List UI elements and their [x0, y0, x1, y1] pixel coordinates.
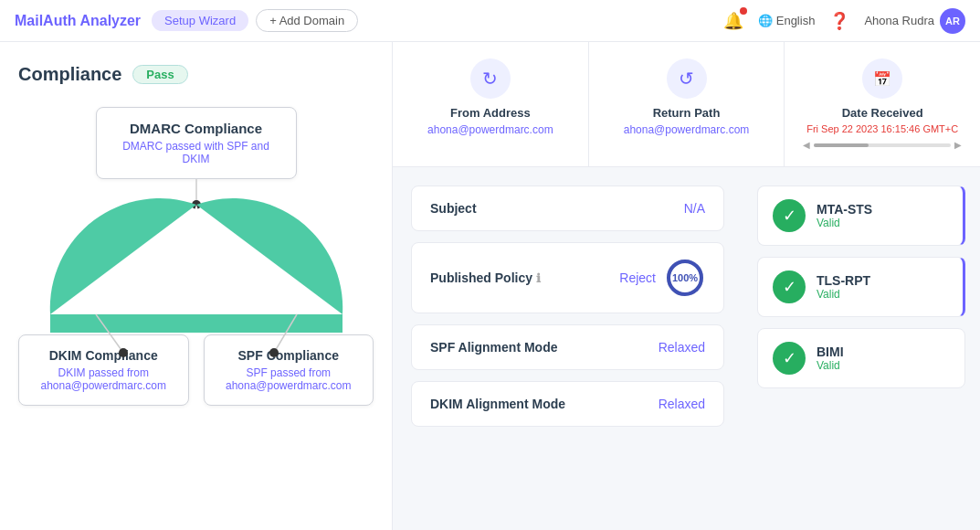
- gauge-container: 100%: [665, 258, 705, 298]
- date-scrollbar[interactable]: ◀ ▶: [803, 140, 962, 150]
- bimi-info: BIMI Valid: [817, 344, 844, 372]
- arc-base: [50, 314, 342, 333]
- info-cards-row: ↻ From Address ahona@powerdmarc.com ↺ Re…: [393, 42, 980, 167]
- content-area: Subject N/A Published Policy ℹ Reject: [393, 167, 980, 530]
- dkim-alignment-value: Relaxed: [659, 397, 705, 411]
- notifications-icon[interactable]: 🔔: [723, 11, 743, 31]
- tls-rpt-status: Valid: [817, 288, 870, 301]
- date-received-value: Fri Sep 22 2023 16:15:46 GMT+C: [803, 123, 962, 134]
- published-policy-right: Reject 100%: [619, 258, 705, 298]
- return-path-value: ahona@powerdmarc.com: [607, 123, 766, 136]
- right-dot: [269, 348, 279, 357]
- brand-colored: MailAuth: [15, 13, 77, 28]
- language-label: English: [776, 14, 816, 27]
- mta-sts-check-icon: ✓: [773, 199, 806, 232]
- compliance-diagram-svg: [23, 179, 370, 362]
- dkim-alignment-label: DKIM Alignment Mode: [430, 397, 565, 411]
- language-selector[interactable]: 🌐 English: [758, 14, 816, 27]
- dmarc-box-subtitle: DMARC passed with SPF and DKIM: [115, 140, 278, 165]
- main-container: Compliance Pass DMARC Compliance DMARC p…: [0, 42, 980, 530]
- from-address-icon: ↻: [470, 58, 511, 99]
- navbar-right: 🔔 🌐 English ❓ Ahona Rudra AR: [723, 8, 965, 34]
- return-path-icon: ↺: [667, 58, 707, 99]
- scroll-track: [814, 143, 951, 147]
- date-received-label: Date Received: [803, 106, 962, 120]
- avatar: AR: [940, 8, 965, 34]
- subject-row: Subject N/A: [411, 186, 724, 231]
- mta-sts-status: Valid: [817, 217, 872, 229]
- right-panel: ↻ From Address ahona@powerdmarc.com ↺ Re…: [393, 42, 980, 530]
- spf-alignment-label: SPF Alignment Mode: [430, 340, 557, 355]
- from-address-card: ↻ From Address ahona@powerdmarc.com: [393, 42, 589, 166]
- return-path-card: ↺ Return Path ahona@powerdmarc.com: [589, 42, 785, 166]
- bimi-check-icon: ✓: [773, 342, 806, 375]
- middle-section: Subject N/A Published Policy ℹ Reject: [393, 167, 743, 530]
- bimi-title: BIMI: [817, 344, 844, 359]
- compliance-tree: DMARC Compliance DMARC passed with SPF a…: [18, 107, 374, 406]
- semicircle-chart: [23, 179, 370, 362]
- gauge-value: 100%: [672, 273, 698, 283]
- compliance-header: Compliance Pass: [18, 64, 374, 85]
- bimi-card: ✓ BIMI Valid: [757, 328, 965, 388]
- date-received-icon: 📅: [862, 58, 902, 99]
- notification-badge: [740, 7, 747, 15]
- tls-rpt-info: TLS-RPT Valid: [817, 273, 870, 301]
- left-dot: [119, 348, 128, 357]
- subject-value: N/A: [684, 201, 705, 216]
- published-policy-value: Reject: [619, 270, 656, 285]
- return-path-label: Return Path: [607, 106, 766, 120]
- setup-wizard-button[interactable]: Setup Wizard: [152, 10, 248, 31]
- date-received-card: 📅 Date Received Fri Sep 22 2023 16:15:46…: [785, 42, 980, 166]
- tls-rpt-check-icon: ✓: [773, 270, 806, 303]
- published-policy-row: Published Policy ℹ Reject: [411, 242, 724, 313]
- navbar: MailAuth Analyzer Setup Wizard + Add Dom…: [0, 0, 980, 42]
- dkim-box-subtitle: DKIM passed from ahona@powerdmarc.com: [34, 366, 174, 392]
- scroll-right-arrow[interactable]: ▶: [954, 140, 962, 150]
- compliance-title: Compliance: [18, 64, 121, 85]
- user-menu[interactable]: Ahona Rudra AR: [864, 8, 965, 34]
- mta-sts-card: ✓ MTA-STS Valid: [757, 186, 965, 246]
- spf-alignment-value: Relaxed: [659, 340, 705, 355]
- dmarc-compliance-box: DMARC Compliance DMARC passed with SPF a…: [96, 107, 297, 179]
- left-panel: Compliance Pass DMARC Compliance DMARC p…: [0, 42, 393, 530]
- help-icon[interactable]: ❓: [829, 11, 849, 31]
- scroll-thumb: [814, 143, 869, 147]
- user-name: Ahona Rudra: [864, 14, 934, 27]
- from-address-value: ahona@powerdmarc.com: [411, 123, 570, 136]
- tls-rpt-card: ✓ TLS-RPT Valid: [757, 257, 965, 317]
- scroll-left-arrow[interactable]: ◀: [803, 140, 810, 150]
- mta-sts-info: MTA-STS Valid: [817, 202, 872, 229]
- published-policy-info-icon[interactable]: ℹ: [536, 271, 541, 285]
- compliance-status-badge: Pass: [132, 65, 187, 84]
- bimi-status: Valid: [817, 359, 844, 372]
- right-sidebar: ✓ MTA-STS Valid ✓ TLS-RPT Valid ✓: [743, 167, 980, 530]
- dmarc-box-title: DMARC Compliance: [115, 121, 278, 136]
- dkim-alignment-row: DKIM Alignment Mode Relaxed: [411, 381, 724, 427]
- app-brand: MailAuth Analyzer: [15, 13, 141, 29]
- add-domain-button[interactable]: + Add Domain: [256, 9, 358, 32]
- mta-sts-title: MTA-STS: [817, 202, 872, 217]
- from-address-label: From Address: [411, 106, 570, 120]
- subject-label: Subject: [430, 201, 477, 216]
- tls-rpt-title: TLS-RPT: [817, 273, 870, 288]
- spf-box-subtitle: SPF passed from ahona@powerdmarc.com: [219, 366, 359, 392]
- published-policy-label: Published Policy ℹ: [430, 270, 541, 285]
- spf-alignment-row: SPF Alignment Mode Relaxed: [411, 324, 724, 370]
